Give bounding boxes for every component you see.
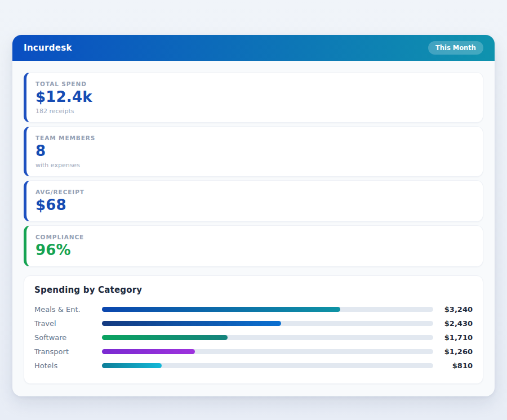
stat-value: 96% xyxy=(35,241,474,260)
category-row: Hotels $810 xyxy=(34,359,473,373)
stat-value: 8 xyxy=(35,142,474,160)
category-bar-track xyxy=(102,307,433,312)
category-bar-track xyxy=(102,321,433,326)
category-bar-fill xyxy=(102,321,281,326)
stat-card: TOTAL SPEND $12.4k 182 receipts xyxy=(24,72,483,123)
category-value: $3,240 xyxy=(433,305,473,314)
category-label: Hotels xyxy=(34,361,102,370)
category-value: $1,710 xyxy=(433,333,473,342)
app-header: Incurdesk This Month xyxy=(12,35,495,61)
app-body: TOTAL SPEND $12.4k 182 receipts TEAM MEM… xyxy=(12,61,495,396)
category-value: $2,430 xyxy=(433,319,473,328)
stat-value: $12.4k xyxy=(35,88,474,106)
category-bar-fill xyxy=(102,307,340,312)
stat-label: AVG/RECEIPT xyxy=(35,188,474,196)
spending-by-category-card: Spending by Category Meals & Ent. $3,240… xyxy=(24,275,483,384)
period-badge[interactable]: This Month xyxy=(428,41,483,55)
stat-sub: 182 receipts xyxy=(35,107,474,115)
stat-card: AVG/RECEIPT $68 xyxy=(24,180,483,222)
stat-label: COMPLIANCE xyxy=(35,233,474,241)
category-row: Transport $1,260 xyxy=(34,345,473,359)
category-label: Transport xyxy=(34,347,102,356)
category-row: Software $1,710 xyxy=(34,330,473,345)
stat-label: TEAM MEMBERS xyxy=(35,134,474,142)
category-bar-fill xyxy=(102,349,195,354)
category-bar-fill xyxy=(102,335,228,340)
category-label: Software xyxy=(34,333,102,342)
stat-card: TEAM MEMBERS 8 with expenses xyxy=(24,126,483,177)
dashboard-card: Incurdesk This Month TOTAL SPEND $12.4k … xyxy=(12,35,495,396)
category-row: Travel $2,430 xyxy=(34,316,473,330)
stat-label: TOTAL SPEND xyxy=(35,80,474,88)
stat-sub: with expenses xyxy=(35,161,474,169)
category-bar-track xyxy=(102,349,433,354)
category-bar-track xyxy=(102,335,433,340)
app-title: Incurdesk xyxy=(24,43,72,53)
category-value: $810 xyxy=(433,361,473,370)
category-label: Meals & Ent. xyxy=(34,305,102,314)
category-row: Meals & Ent. $3,240 xyxy=(34,302,473,316)
category-bar-track xyxy=(102,363,433,368)
category-bar-fill xyxy=(102,363,162,368)
chart-title: Spending by Category xyxy=(34,285,473,295)
stat-card: COMPLIANCE 96% xyxy=(24,225,483,267)
category-list: Meals & Ent. $3,240 Travel $2,430 Softwa… xyxy=(34,302,473,373)
category-label: Travel xyxy=(34,319,102,328)
category-value: $1,260 xyxy=(433,347,473,356)
stat-value: $68 xyxy=(35,196,474,215)
